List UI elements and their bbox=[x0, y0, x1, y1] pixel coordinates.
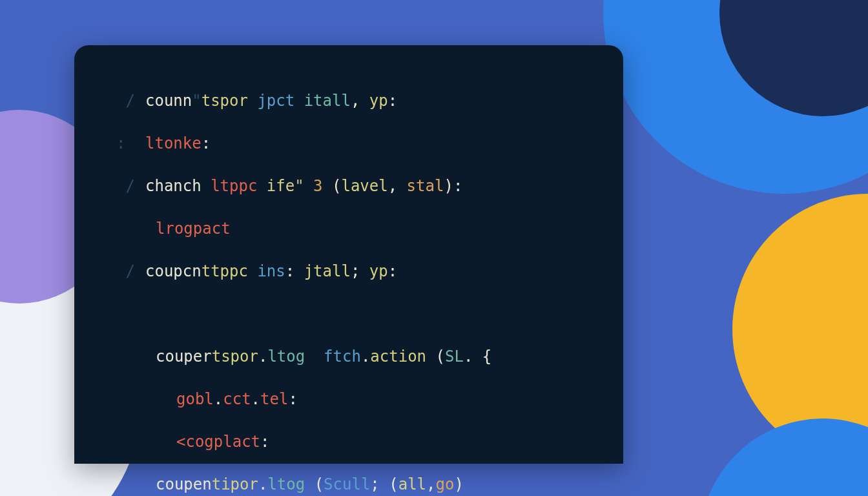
code-line-4: lrogpact bbox=[74, 218, 623, 240]
code-line-3: /chanch ltppc ife" 3 (lavel, stal): bbox=[74, 176, 623, 197]
code-line-6 bbox=[74, 304, 623, 325]
code-line-9: <cogplact: bbox=[74, 431, 623, 453]
code-line-10: coupentipor.ltog (Scull; (all,go) bbox=[74, 474, 623, 495]
bg-blob-blue-bot bbox=[700, 418, 868, 496]
code-line-1: /counn"tspor jpct itall, yp: bbox=[74, 90, 623, 112]
code-editor-panel: /counn"tspor jpct itall, yp: : ltonke: /… bbox=[74, 45, 623, 464]
code-line-2: : ltonke: bbox=[74, 133, 623, 154]
code-line-8: gobl.cct.tel: bbox=[74, 389, 623, 410]
code-line-7: coupertspor.ltog ftch.action (SL. { bbox=[74, 346, 623, 367]
code-block: /counn"tspor jpct itall, yp: : ltonke: /… bbox=[74, 90, 623, 496]
wallpaper: /counn"tspor jpct itall, yp: : ltonke: /… bbox=[0, 0, 868, 496]
code-line-5: /coupcnttppc ins: jtall; yp: bbox=[74, 261, 623, 282]
